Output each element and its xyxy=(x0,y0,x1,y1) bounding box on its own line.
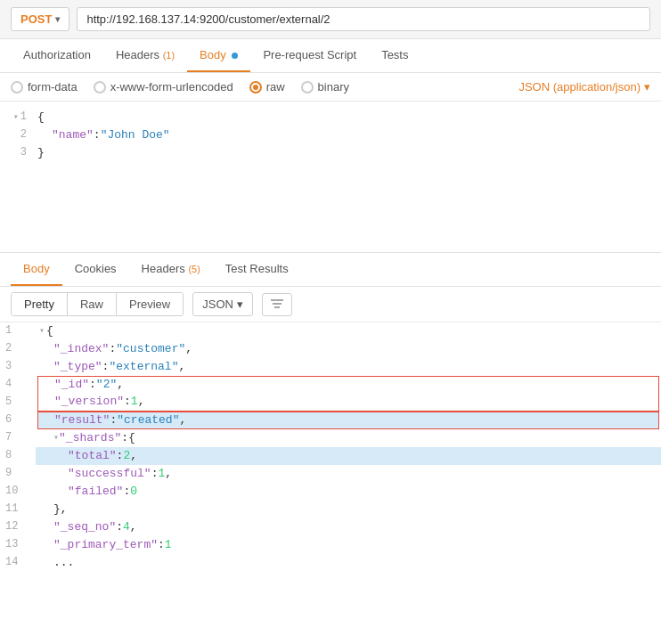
filter-icon xyxy=(270,298,284,311)
radio-urlencoded[interactable] xyxy=(94,81,106,94)
resp-line-5: "_version" : 1, xyxy=(37,394,659,412)
option-raw[interactable]: raw xyxy=(249,80,285,94)
url-input[interactable] xyxy=(77,7,650,31)
raw-btn[interactable]: Raw xyxy=(68,293,117,315)
req-line-3: } xyxy=(34,144,661,162)
resp-line-6: "result": "created", xyxy=(37,412,659,429)
body-options: form-data x-www-form-urlencoded raw bina… xyxy=(0,73,661,102)
option-urlencoded[interactable]: x-www-form-urlencoded xyxy=(94,80,233,94)
response-tabs: Body Cookies Headers (5) Test Results xyxy=(0,253,661,287)
json-type-dropdown[interactable]: JSON (application/json) ▾ xyxy=(518,80,650,94)
request-tabs: Authorization Headers (1) Body Pre-reque… xyxy=(0,39,661,73)
resp-line-10: "failed": 0 xyxy=(36,483,661,501)
resp-tab-body[interactable]: Body xyxy=(11,253,62,286)
top-bar: POST ▾ xyxy=(0,0,661,39)
resp-tab-headers[interactable]: Headers (5) xyxy=(129,253,213,286)
resp-line-12: "_seq_no": 4, xyxy=(36,518,661,536)
request-line-numbers: ▾1 2 3 xyxy=(0,109,34,245)
radio-raw[interactable] xyxy=(249,81,262,94)
filter-button[interactable] xyxy=(262,293,292,316)
response-lines: ▾ { "_index": "customer", "_type": "exte… xyxy=(36,322,661,572)
response-body: 1 2 3 4 5 6 7 8 9 10 11 12 13 14 ▾ { "_i… xyxy=(0,322,661,572)
pretty-btn[interactable]: Pretty xyxy=(12,293,68,315)
resp-line-14: ... xyxy=(36,554,661,572)
resp-line-8: "total": 2, xyxy=(36,447,661,465)
resp-line-2: "_index": "customer", xyxy=(36,340,661,358)
format-chevron-icon: ▾ xyxy=(237,298,243,311)
response-toolbar: Pretty Raw Preview JSON ▾ xyxy=(0,287,661,322)
resp-line-11: }, xyxy=(36,501,661,518)
json-type-chevron-icon: ▾ xyxy=(644,80,650,94)
method-chevron-icon: ▾ xyxy=(55,14,60,24)
tab-tests[interactable]: Tests xyxy=(369,39,420,72)
method-button[interactable]: POST ▾ xyxy=(11,7,69,31)
resp-line-numbers: 1 2 3 4 5 6 7 8 9 10 11 12 13 14 xyxy=(0,322,36,572)
method-label: POST xyxy=(20,12,52,26)
response-format-select[interactable]: JSON ▾ xyxy=(192,292,253,316)
resp-line-13: "_primary_term": 1 xyxy=(36,536,661,554)
tab-authorization[interactable]: Authorization xyxy=(11,39,103,72)
tab-prerequest[interactable]: Pre-request Script xyxy=(250,39,369,72)
resp-tab-cookies[interactable]: Cookies xyxy=(62,253,129,286)
preview-btn[interactable]: Preview xyxy=(117,293,183,315)
radio-binary[interactable] xyxy=(301,81,314,94)
radio-formdata[interactable] xyxy=(11,81,23,94)
req-line-2: "name":"John Doe" xyxy=(34,126,661,144)
resp-line-9: "successful": 1, xyxy=(36,465,661,483)
resp-line-4: "_id": "2", xyxy=(37,376,659,394)
resp-headers-badge: (5) xyxy=(188,264,200,274)
request-body-editor[interactable]: ▾1 2 3 { "name":"John Doe" } xyxy=(0,102,661,253)
resp-line-7: ▾ "_shards": { xyxy=(36,429,661,447)
resp-line-3: "_type": "external", xyxy=(36,358,661,376)
option-formdata[interactable]: form-data xyxy=(11,80,78,94)
tab-headers[interactable]: Headers (1) xyxy=(103,39,187,72)
body-dot xyxy=(232,53,238,59)
resp-line-1: ▾ { xyxy=(36,322,661,340)
resp-tab-testresults[interactable]: Test Results xyxy=(213,253,301,286)
request-code-content: { "name":"John Doe" } xyxy=(34,109,661,245)
view-mode-group: Pretty Raw Preview xyxy=(11,292,184,316)
option-binary[interactable]: binary xyxy=(301,80,349,94)
headers-badge: (1) xyxy=(163,50,175,61)
req-line-1: { xyxy=(34,109,661,126)
tab-body[interactable]: Body xyxy=(187,39,250,72)
